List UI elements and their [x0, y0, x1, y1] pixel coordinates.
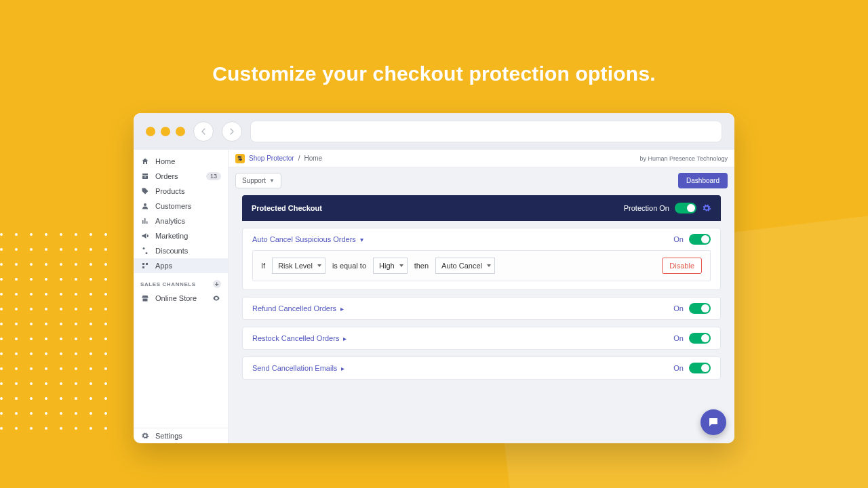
card-toggle[interactable]: Auto Cancel Suspicious Orders ▾	[252, 235, 363, 243]
card-state-label: On	[673, 304, 684, 312]
breadcrumb-page: Home	[304, 155, 323, 162]
sidebar-label: Online Store	[155, 294, 197, 302]
sidebar-item-customers[interactable]: Customers	[134, 199, 228, 214]
sidebar-label: Marketing	[155, 232, 188, 240]
visibility-icon[interactable]	[212, 294, 221, 302]
rule-then: then	[414, 262, 429, 270]
card-toggle[interactable]: Refund Cancelled Orders ▸	[252, 304, 344, 312]
disable-rule-button[interactable]: Disable	[662, 258, 702, 274]
card-toggle[interactable]: Restock Cancelled Orders ▸	[252, 334, 347, 342]
rule-value-select[interactable]: High	[373, 258, 408, 274]
sidebar-label: Orders	[155, 172, 178, 180]
toolbar: Support▼ Dashboard	[229, 167, 734, 191]
tag-icon	[140, 187, 150, 195]
rule-card-emails: Send Cancellation Emails ▸ On	[242, 357, 721, 380]
sidebar-item-apps[interactable]: Apps	[134, 258, 228, 273]
panel-settings-icon[interactable]	[702, 203, 711, 213]
card-state-label: On	[673, 235, 684, 243]
chart-icon	[140, 217, 150, 225]
chevron-right-icon: ▸	[341, 365, 344, 372]
sidebar-item-marketing[interactable]: Marketing	[134, 228, 228, 243]
rule-row: If Risk Level is equal to High then Auto…	[252, 250, 711, 281]
card-state-label: On	[673, 364, 684, 372]
rule-card-refund: Refund Cancelled Orders ▸ On	[242, 297, 721, 320]
sidebar-label: Home	[155, 157, 175, 165]
panel-header: Protected Checkout Protection On	[242, 195, 721, 221]
card-toggle-switch[interactable]	[689, 333, 711, 344]
card-toggle-switch[interactable]	[689, 363, 711, 373]
sidebar-item-home[interactable]: Home	[134, 154, 228, 169]
sidebar-item-analytics[interactable]: Analytics	[134, 214, 228, 228]
browser-bar	[134, 113, 734, 150]
chevron-right-icon: ▸	[340, 305, 344, 312]
card-toggle-switch[interactable]	[689, 234, 711, 245]
app-logo-icon: ⇅	[235, 154, 245, 163]
sidebar-label: Analytics	[155, 217, 185, 225]
rule-card-auto-cancel: Auto Cancel Suspicious Orders ▾ On If Ri…	[242, 228, 721, 290]
support-dropdown[interactable]: Support▼	[235, 173, 281, 188]
dashboard-button[interactable]: Dashboard	[678, 173, 728, 188]
card-state-label: On	[673, 334, 684, 342]
apps-icon	[140, 262, 150, 270]
sales-channels-heading: SALES CHANNELS +	[134, 273, 228, 291]
store-icon	[140, 294, 150, 302]
sidebar-label: Customers	[155, 202, 191, 210]
sidebar-label: Settings	[155, 432, 182, 440]
main-area: ⇅ Shop Protector / Home by Human Presenc…	[229, 150, 734, 443]
sidebar: Home Orders 13 Products Customers	[134, 150, 229, 443]
protection-toggle[interactable]	[675, 203, 696, 214]
add-channel-button[interactable]: +	[213, 280, 221, 288]
app-byline: by Human Presence Technology	[640, 155, 728, 162]
chevron-down-icon: ▾	[360, 236, 363, 243]
marketing-headline: Customize your checkout protection optio…	[0, 62, 868, 85]
panel-title: Protected Checkout	[252, 204, 322, 212]
sidebar-item-discounts[interactable]: Discounts	[134, 243, 228, 258]
gear-icon	[140, 432, 150, 440]
orders-count-badge: 13	[206, 172, 221, 180]
orders-icon	[140, 172, 150, 180]
rule-if: If	[261, 262, 265, 270]
sidebar-item-online-store[interactable]: Online Store	[134, 291, 228, 306]
rule-card-restock: Restock Cancelled Orders ▸ On	[242, 327, 721, 350]
percent-icon	[140, 247, 150, 255]
breadcrumb-app[interactable]: Shop Protector	[249, 155, 294, 162]
traffic-lights	[146, 127, 185, 136]
card-toggle[interactable]: Send Cancellation Emails ▸	[252, 364, 344, 372]
decorative-dots	[0, 233, 107, 430]
sidebar-label: Products	[155, 187, 184, 195]
rule-op: is equal to	[332, 262, 366, 270]
sidebar-item-orders[interactable]: Orders 13	[134, 169, 228, 184]
protection-label: Protection On	[624, 204, 669, 212]
sidebar-label: Discounts	[155, 247, 188, 255]
sidebar-item-products[interactable]: Products	[134, 184, 228, 199]
help-fab[interactable]	[701, 409, 726, 435]
chevron-right-icon: ▸	[343, 335, 347, 342]
sidebar-label: Apps	[155, 262, 172, 270]
home-icon	[140, 157, 150, 165]
card-toggle-switch[interactable]	[689, 303, 711, 314]
nav-back-button[interactable]	[193, 121, 214, 142]
sidebar-item-settings[interactable]: Settings	[134, 428, 228, 443]
rule-action-select[interactable]: Auto Cancel	[435, 258, 495, 274]
app-window: Home Orders 13 Products Customers	[134, 113, 734, 443]
breadcrumb: ⇅ Shop Protector / Home by Human Presenc…	[229, 150, 734, 167]
url-bar[interactable]	[250, 121, 722, 142]
nav-forward-button[interactable]	[222, 121, 242, 142]
rule-field-select[interactable]: Risk Level	[272, 258, 326, 274]
user-icon	[140, 202, 150, 210]
megaphone-icon	[140, 232, 150, 240]
